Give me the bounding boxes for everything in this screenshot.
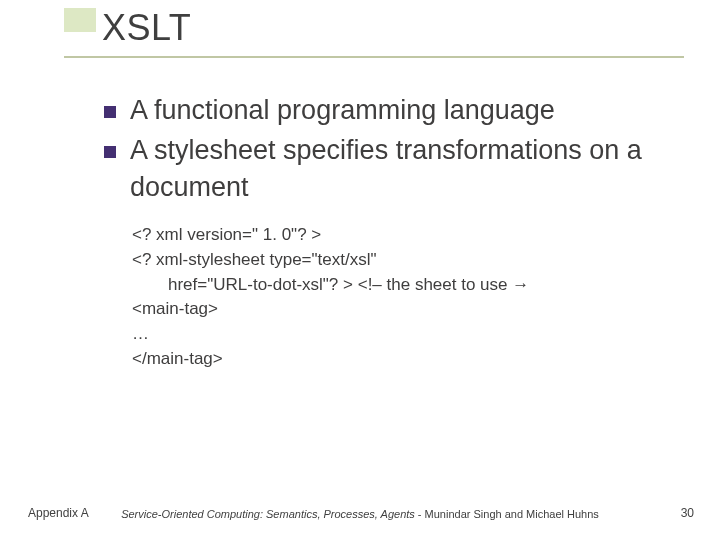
bullet-item: A stylesheet specifies transformations o… bbox=[104, 132, 680, 205]
code-line: <? xml version=" 1. 0"? > bbox=[132, 223, 680, 248]
footer: Appendix A Service-Oriented Computing: S… bbox=[0, 502, 720, 520]
code-line: … bbox=[132, 322, 680, 347]
code-block: <? xml version=" 1. 0"? > <? xml-stylesh… bbox=[132, 223, 680, 371]
footer-center: Service-Oriented Computing: Semantics, P… bbox=[0, 508, 720, 520]
bullet-text: A functional programming language bbox=[130, 92, 555, 128]
slide-title: XSLT bbox=[102, 10, 191, 46]
code-line: <? xml-stylesheet type="text/xsl" bbox=[132, 248, 680, 273]
footer-page-number: 30 bbox=[681, 506, 694, 520]
square-bullet-icon bbox=[104, 106, 116, 118]
square-bullet-icon bbox=[104, 146, 116, 158]
code-line: href="URL-to-dot-xsl"? > <!– the sheet t… bbox=[132, 273, 680, 298]
title-underline bbox=[64, 56, 684, 58]
title-accent-icon bbox=[64, 8, 96, 32]
bullet-item: A functional programming language bbox=[104, 92, 680, 128]
code-line: <main-tag> bbox=[132, 297, 680, 322]
bullet-text: A stylesheet specifies transformations o… bbox=[130, 132, 680, 205]
code-line: </main-tag> bbox=[132, 347, 680, 372]
content-area: A functional programming language A styl… bbox=[104, 92, 680, 371]
footer-center-italic: Service-Oriented Computing: Semantics, P… bbox=[121, 508, 415, 520]
footer-center-plain: - Munindar Singh and Michael Huhns bbox=[415, 508, 599, 520]
title-bar: XSLT bbox=[64, 6, 191, 34]
